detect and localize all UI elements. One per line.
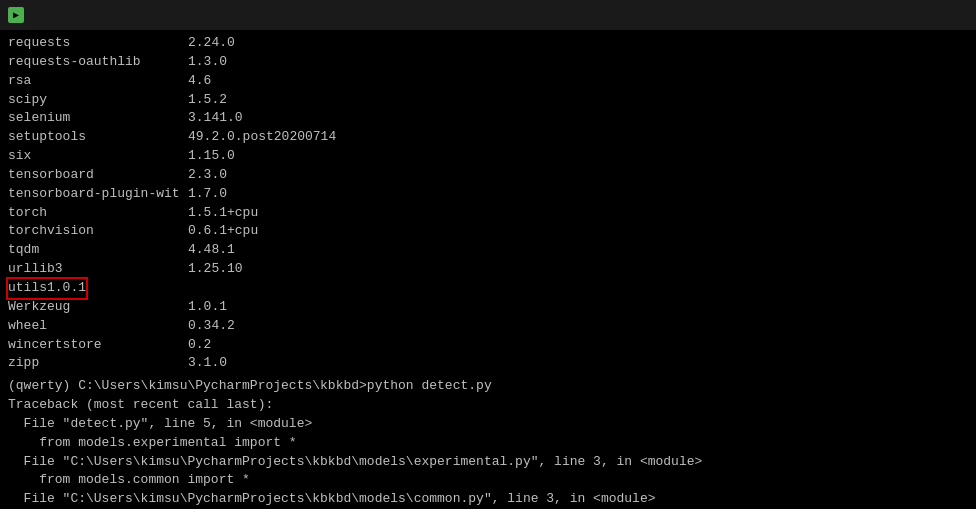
- package-version: 2.3.0: [188, 166, 227, 185]
- package-name: scipy: [8, 91, 188, 110]
- package-name: torch: [8, 204, 188, 223]
- terminal-output: (qwerty) C:\Users\kimsu\PycharmProjects\…: [8, 377, 968, 509]
- package-version: 4.6: [188, 72, 211, 91]
- package-row: requests-oauthlib1.3.0: [8, 53, 968, 72]
- package-name: utils: [8, 279, 47, 298]
- traceback-line: from models.experimental import *: [8, 434, 968, 453]
- terminal-content: requests2.24.0requests-oauthlib1.3.0rsa4…: [0, 30, 976, 509]
- maximize-button[interactable]: [874, 0, 920, 30]
- window-controls[interactable]: [826, 0, 968, 30]
- package-name: rsa: [8, 72, 188, 91]
- package-version: 1.25.10: [188, 260, 243, 279]
- package-row: wincertstore0.2: [8, 336, 968, 355]
- traceback-line: File "C:\Users\kimsu\PycharmProjects\kbk…: [8, 453, 968, 472]
- package-row: Werkzeug1.0.1: [8, 298, 968, 317]
- package-row: scipy1.5.2: [8, 91, 968, 110]
- traceback-line: Traceback (most recent call last):: [8, 396, 968, 415]
- package-name: zipp: [8, 354, 188, 373]
- package-name: setuptools: [8, 128, 188, 147]
- package-row: requests2.24.0: [8, 34, 968, 53]
- package-version: 3.141.0: [188, 109, 243, 128]
- package-row: wheel0.34.2: [8, 317, 968, 336]
- traceback-line: from models.common import *: [8, 471, 968, 490]
- package-row: tqdm4.48.1: [8, 241, 968, 260]
- traceback-line: File "detect.py", line 5, in <module>: [8, 415, 968, 434]
- package-version: 1.15.0: [188, 147, 235, 166]
- package-row: six1.15.0: [8, 147, 968, 166]
- traceback-line: File "C:\Users\kimsu\PycharmProjects\kbk…: [8, 490, 968, 509]
- package-row: torch1.5.1+cpu: [8, 204, 968, 223]
- package-version: 4.48.1: [188, 241, 235, 260]
- package-name: torchvision: [8, 222, 188, 241]
- package-version: 1.5.1+cpu: [188, 204, 258, 223]
- package-version: 1.5.2: [188, 91, 227, 110]
- package-version: 1.0.1: [47, 279, 86, 298]
- package-row: urllib31.25.10: [8, 260, 968, 279]
- app-icon: ▶: [8, 7, 24, 23]
- package-version: 0.34.2: [188, 317, 235, 336]
- close-button[interactable]: [922, 0, 968, 30]
- package-version: 3.1.0: [188, 354, 227, 373]
- minimize-button[interactable]: [826, 0, 872, 30]
- package-version: 0.2: [188, 336, 211, 355]
- package-row: utils 1.0.1: [8, 279, 968, 298]
- package-name: requests: [8, 34, 188, 53]
- package-row: tensorboard-plugin-wit1.7.0: [8, 185, 968, 204]
- package-name: tensorboard-plugin-wit: [8, 185, 188, 204]
- prompt-line: (qwerty) C:\Users\kimsu\PycharmProjects\…: [8, 377, 968, 396]
- package-row: torchvision0.6.1+cpu: [8, 222, 968, 241]
- package-row: rsa4.6: [8, 72, 968, 91]
- package-name: selenium: [8, 109, 188, 128]
- package-version: 49.2.0.post20200714: [188, 128, 336, 147]
- titlebar: ▶: [0, 0, 976, 30]
- package-row: zipp3.1.0: [8, 354, 968, 373]
- package-list: requests2.24.0requests-oauthlib1.3.0rsa4…: [8, 34, 968, 373]
- package-row: selenium3.141.0: [8, 109, 968, 128]
- package-version: 1.7.0: [188, 185, 227, 204]
- package-name: wincertstore: [8, 336, 188, 355]
- package-name: Werkzeug: [8, 298, 188, 317]
- package-name: six: [8, 147, 188, 166]
- highlighted-package-row: utils 1.0.1: [8, 279, 86, 298]
- package-name: tqdm: [8, 241, 188, 260]
- package-version: 1.0.1: [188, 298, 227, 317]
- package-row: setuptools49.2.0.post20200714: [8, 128, 968, 147]
- package-name: tensorboard: [8, 166, 188, 185]
- package-name: wheel: [8, 317, 188, 336]
- package-name: urllib3: [8, 260, 188, 279]
- package-version: 0.6.1+cpu: [188, 222, 258, 241]
- package-version: 1.3.0: [188, 53, 227, 72]
- package-version: 2.24.0: [188, 34, 235, 53]
- package-row: tensorboard2.3.0: [8, 166, 968, 185]
- package-name: requests-oauthlib: [8, 53, 188, 72]
